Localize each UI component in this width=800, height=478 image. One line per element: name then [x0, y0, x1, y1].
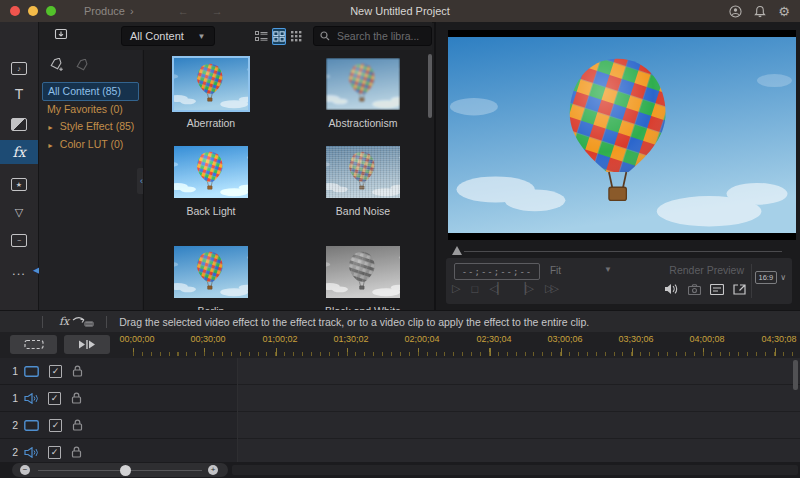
ruler-timestamp: 02;00;04	[404, 334, 439, 344]
track-enable-checkbox[interactable]: ✓	[49, 365, 62, 378]
stop-button[interactable]: □	[471, 283, 478, 295]
produce-menu-label: Produce	[84, 5, 125, 17]
produce-menu[interactable]: Produce ›	[84, 5, 134, 17]
chevron-down-icon: ▼	[198, 32, 206, 41]
sidebar-item-more-rooms[interactable]: ...	[0, 258, 38, 282]
effect-item-back-light[interactable]: Back Light	[152, 146, 270, 217]
fx-to-track-icon: fx	[59, 315, 94, 328]
range-select-button[interactable]	[10, 335, 57, 354]
effect-name: Abstractionism	[304, 117, 422, 129]
next-frame-button[interactable]: ▕▷	[517, 282, 534, 295]
lock-icon[interactable]	[72, 419, 83, 431]
sidebar-item-particle-room[interactable]: ▽	[0, 200, 38, 224]
snapshot-camera-icon[interactable]	[688, 281, 701, 299]
account-icon[interactable]	[729, 5, 742, 18]
zoom-slider-handle[interactable]	[120, 465, 131, 476]
grid-scrollbar[interactable]	[428, 54, 432, 118]
library-search[interactable]	[313, 26, 432, 46]
hint-bar: fx Drag the selected video effect to the…	[0, 310, 800, 333]
close-window-button[interactable]	[10, 6, 20, 16]
track-enable-checkbox[interactable]: ✓	[48, 392, 61, 405]
track-enable-checkbox[interactable]: ✓	[49, 419, 62, 432]
hint-divider	[106, 316, 107, 328]
audio-track-icon	[24, 447, 38, 458]
zoom-in-button[interactable]: +	[208, 465, 218, 475]
seek-bar[interactable]	[452, 246, 782, 256]
track-number: 2	[8, 446, 18, 458]
play-button[interactable]: ▷	[452, 282, 460, 295]
effects-grid: Aberration Abstractionism Back Light Ban…	[143, 50, 433, 310]
track-number: 1	[8, 365, 18, 377]
fast-forward-button[interactable]: ▷▷	[545, 282, 556, 295]
sidebar-item-pip-objects-room[interactable]: ★	[0, 172, 38, 196]
ruler-timestamp: 02;30;04	[476, 334, 511, 344]
track-enable-checkbox[interactable]: ✓	[48, 446, 61, 459]
preview-video	[448, 30, 796, 240]
volume-icon[interactable]	[664, 281, 679, 299]
category-color-lut[interactable]: ► Color LUT (0)	[39, 136, 142, 154]
timecode-display: --;--;--;--	[454, 263, 540, 280]
notifications-bell-icon[interactable]	[754, 5, 766, 18]
sidebar-item-effect-room[interactable]: fx ◀	[0, 140, 38, 164]
timeline-panel: 00;00;00 00;30;00 01;00;02 01;30;02 02;0…	[0, 332, 800, 478]
previous-frame-button[interactable]: ◁▏	[489, 282, 506, 295]
add-tag-icon[interactable]	[49, 58, 65, 76]
preview-quality-icon[interactable]	[710, 281, 724, 299]
search-input[interactable]	[335, 29, 425, 43]
snap-playhead-button[interactable]	[64, 335, 110, 354]
timeline-vertical-scrollbar[interactable]	[793, 360, 798, 390]
sidebar-item-media-room[interactable]: ♪	[0, 56, 38, 80]
back-button[interactable]: ←	[178, 5, 199, 17]
chevron-right-icon: ›	[130, 5, 134, 17]
forward-button[interactable]: →	[212, 5, 233, 17]
library-toolbar: All Content ▼	[39, 22, 432, 50]
zoom-out-button[interactable]: −	[20, 465, 30, 475]
playhead-marker[interactable]	[452, 246, 462, 255]
minimize-window-button[interactable]	[28, 6, 38, 16]
render-preview-label[interactable]: Render Preview	[669, 264, 744, 276]
video-track-icon	[24, 420, 39, 431]
effect-item-band-noise[interactable]: Band Noise	[304, 146, 422, 217]
import-media-icon[interactable]	[53, 27, 69, 45]
lock-icon[interactable]	[71, 392, 82, 404]
timeline-horizontal-scrollbar[interactable]	[232, 465, 798, 475]
grid-view-button[interactable]	[272, 28, 285, 45]
zoom-window-button[interactable]	[46, 6, 56, 16]
undock-window-icon[interactable]	[733, 281, 746, 299]
sidebar-item-transition-room[interactable]	[0, 112, 38, 136]
chevron-down-icon[interactable]: ▼	[604, 265, 612, 274]
settings-gear-icon[interactable]: ⚙	[778, 4, 790, 19]
category-my-favorites[interactable]: My Favorites (0)	[39, 101, 142, 118]
effect-item-row3-right[interactable]: Black and White	[304, 246, 422, 310]
category-label: Color LUT (0)	[60, 138, 123, 150]
category-label: All Content (85)	[48, 85, 121, 97]
remove-tag-icon[interactable]	[75, 58, 89, 76]
lock-icon[interactable]	[71, 446, 82, 458]
content-filter-dropdown[interactable]: All Content ▼	[121, 26, 215, 46]
aspect-ratio-value: 16:9	[755, 271, 778, 284]
ruler-timestamp: 04;00;08	[689, 334, 724, 344]
category-style-effect[interactable]: ► Style Effect (85)	[39, 118, 142, 136]
detail-view-button[interactable]	[290, 28, 303, 45]
sidebar-item-subtitle-room[interactable]: −	[0, 228, 38, 252]
titlebar: Produce › ← → New Untitled Project ⚙	[0, 0, 800, 23]
ruler-timestamp: 01;00;02	[262, 334, 297, 344]
effect-room-icon: fx	[12, 144, 25, 160]
effect-item-aberration[interactable]: Aberration	[152, 58, 270, 129]
expand-triangle-icon[interactable]: ►	[47, 142, 54, 149]
list-view-button[interactable]	[255, 28, 268, 45]
ruler-timestamp: 03;30;06	[618, 334, 653, 344]
zoom-fit-dropdown[interactable]: Fit	[550, 265, 561, 276]
lock-icon[interactable]	[72, 365, 83, 377]
category-all-content[interactable]: All Content (85)	[42, 82, 139, 101]
ruler-timestamp: 00;30;00	[190, 334, 225, 344]
effects-library-panel: All Content ▼	[39, 22, 432, 310]
timeline-zoom-slider[interactable]: − +	[12, 463, 228, 477]
track-number: 1	[8, 392, 18, 404]
effect-item-row3-left[interactable]: Berlin	[152, 246, 270, 310]
aspect-ratio-dropdown[interactable]: 16:9 ∨	[755, 271, 786, 284]
effect-item-abstractionism[interactable]: Abstractionism	[304, 58, 422, 129]
expand-triangle-icon[interactable]: ►	[47, 124, 54, 131]
sidebar-item-title-room[interactable]: T	[0, 82, 38, 106]
powerdirector-window: Produce › ← → New Untitled Project ⚙ ♪ T	[0, 0, 800, 478]
